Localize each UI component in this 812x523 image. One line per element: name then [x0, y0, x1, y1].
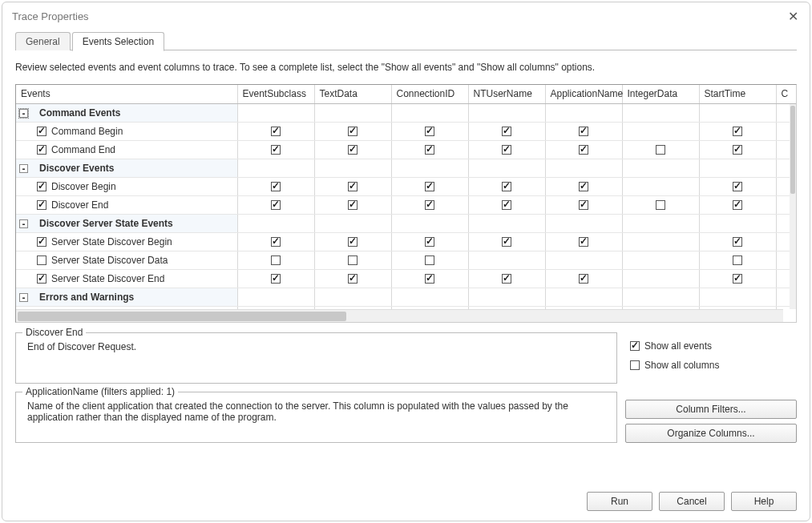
expand-icon[interactable]: -: [19, 219, 28, 228]
column-header[interactable]: TextData: [314, 85, 391, 103]
cancel-button[interactable]: Cancel: [659, 492, 725, 511]
event-select-checkbox[interactable]: [37, 127, 46, 136]
grid-cell[interactable]: [545, 177, 622, 195]
grid-cell[interactable]: [699, 232, 776, 251]
grid-cell[interactable]: [545, 232, 622, 251]
cell-checkbox[interactable]: [502, 127, 511, 136]
expand-icon[interactable]: -: [19, 293, 28, 302]
column-header[interactable]: IntegerData: [622, 85, 699, 103]
cell-checkbox[interactable]: [656, 145, 665, 155]
cell-checkbox[interactable]: [579, 127, 588, 136]
column-header[interactable]: Events: [16, 85, 237, 103]
cell-checkbox[interactable]: [425, 182, 434, 191]
grid-cell[interactable]: [699, 195, 776, 214]
grid-cell[interactable]: [314, 177, 391, 195]
cell-checkbox[interactable]: [502, 145, 511, 155]
cell-checkbox[interactable]: [425, 127, 434, 136]
grid-cell[interactable]: [622, 195, 699, 214]
cell-checkbox[interactable]: [733, 182, 742, 191]
group-row[interactable]: -Discover Server State Events: [16, 214, 237, 232]
column-header[interactable]: NTUserName: [468, 85, 545, 103]
cell-checkbox[interactable]: [348, 182, 358, 191]
grid-cell[interactable]: [391, 122, 468, 140]
grid-cell[interactable]: [391, 140, 468, 159]
cell-checkbox[interactable]: [271, 127, 281, 136]
expand-icon[interactable]: -: [19, 109, 28, 118]
event-select-checkbox[interactable]: [37, 274, 46, 284]
group-row[interactable]: -Discover Events: [16, 159, 237, 177]
column-header[interactable]: ConnectionID: [391, 85, 468, 103]
event-select-checkbox[interactable]: [37, 200, 46, 210]
cell-checkbox[interactable]: [733, 127, 742, 136]
cell-checkbox[interactable]: [502, 182, 511, 191]
grid-cell[interactable]: [545, 122, 622, 140]
grid-cell[interactable]: [237, 122, 314, 140]
grid-cell[interactable]: [237, 232, 314, 251]
column-header[interactable]: StartTime: [699, 85, 776, 103]
cell-checkbox[interactable]: [502, 274, 511, 284]
cell-checkbox[interactable]: [425, 255, 434, 265]
grid-cell[interactable]: [314, 232, 391, 251]
grid-cell[interactable]: [699, 269, 776, 288]
grid-cell[interactable]: [622, 140, 699, 159]
grid-cell[interactable]: [237, 195, 314, 214]
grid-cell[interactable]: [391, 232, 468, 251]
organize-columns-button[interactable]: Organize Columns...: [625, 424, 797, 443]
cell-checkbox[interactable]: [271, 145, 281, 155]
cell-checkbox[interactable]: [348, 237, 358, 247]
expand-icon[interactable]: -: [19, 164, 28, 173]
cell-checkbox[interactable]: [579, 274, 588, 284]
grid-cell[interactable]: [699, 177, 776, 195]
cell-checkbox[interactable]: [348, 274, 358, 284]
column-header[interactable]: EventSubclass: [237, 85, 314, 103]
cell-checkbox[interactable]: [425, 145, 434, 155]
grid-cell[interactable]: [314, 251, 391, 269]
grid-cell[interactable]: [314, 122, 391, 140]
cell-checkbox[interactable]: [579, 182, 588, 191]
grid-cell[interactable]: [468, 232, 545, 251]
tab-general[interactable]: General: [15, 32, 71, 50]
cell-checkbox[interactable]: [348, 200, 358, 210]
cell-checkbox[interactable]: [502, 237, 511, 247]
grid-cell[interactable]: [391, 177, 468, 195]
group-row[interactable]: -Errors and Warnings: [16, 288, 237, 306]
cell-checkbox[interactable]: [502, 200, 511, 210]
cell-checkbox[interactable]: [271, 274, 281, 284]
grid-cell[interactable]: [237, 269, 314, 288]
cell-checkbox[interactable]: [348, 145, 358, 155]
cell-checkbox[interactable]: [733, 237, 742, 247]
help-button[interactable]: Help: [731, 492, 797, 511]
run-button[interactable]: Run: [587, 492, 652, 511]
grid-cell[interactable]: [237, 177, 314, 195]
cell-checkbox[interactable]: [733, 200, 742, 210]
cell-checkbox[interactable]: [348, 127, 358, 136]
grid-cell[interactable]: [314, 269, 391, 288]
cell-checkbox[interactable]: [271, 237, 281, 247]
grid-cell[interactable]: [237, 251, 314, 269]
column-header[interactable]: C: [776, 85, 796, 103]
group-row[interactable]: -Command Events: [16, 103, 237, 122]
cell-checkbox[interactable]: [348, 255, 358, 265]
cell-checkbox[interactable]: [579, 200, 588, 210]
tab-events-selection[interactable]: Events Selection: [72, 32, 164, 51]
column-filters-button[interactable]: Column Filters...: [625, 400, 797, 419]
event-select-checkbox[interactable]: [37, 237, 46, 247]
cell-checkbox[interactable]: [656, 200, 665, 210]
grid-cell[interactable]: [699, 140, 776, 159]
cell-checkbox[interactable]: [271, 182, 281, 191]
grid-cell[interactable]: [391, 195, 468, 214]
event-select-checkbox[interactable]: [37, 255, 46, 265]
cell-checkbox[interactable]: [733, 145, 742, 155]
grid-cell[interactable]: [699, 122, 776, 140]
grid-cell[interactable]: [468, 177, 545, 195]
grid-cell[interactable]: [314, 140, 391, 159]
cell-checkbox[interactable]: [425, 200, 434, 210]
grid-cell[interactable]: [468, 269, 545, 288]
grid-cell[interactable]: [468, 122, 545, 140]
grid-cell[interactable]: [314, 195, 391, 214]
show-all-columns-checkbox[interactable]: Show all columns: [630, 360, 797, 371]
grid-cell[interactable]: [468, 140, 545, 159]
grid-cell[interactable]: [468, 195, 545, 214]
cell-checkbox[interactable]: [425, 237, 434, 247]
grid-cell[interactable]: [545, 140, 622, 159]
